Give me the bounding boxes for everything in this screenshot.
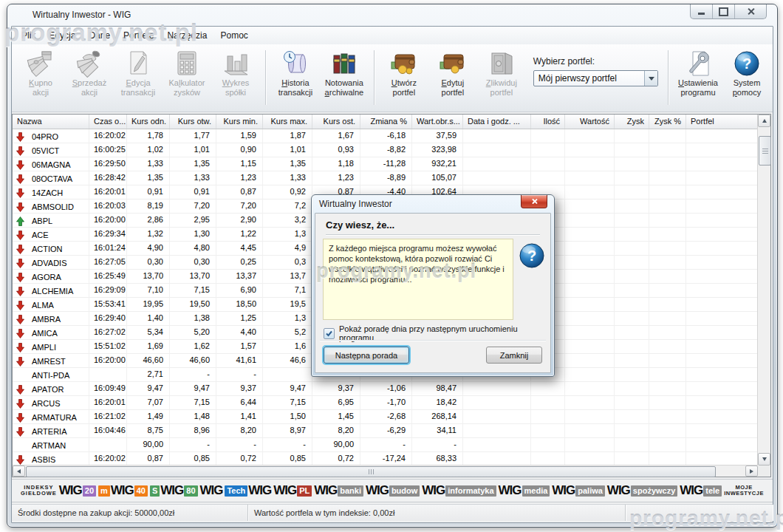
- table-row[interactable]: 06MAGNA16:29:501,331,351,151,351,18-11,2…: [13, 157, 758, 171]
- cell: [565, 185, 615, 199]
- table-row[interactable]: ARTMAN90,00---90,00--: [13, 438, 758, 452]
- scrollbar-corner: [758, 466, 770, 477]
- trend-down-icon: [13, 259, 27, 268]
- cell: [463, 171, 531, 185]
- program-settings-button[interactable]: Ustawieniaprogramu: [674, 47, 722, 98]
- table-row[interactable]: 05VICT16:00:251,021,010,901,010,93-8,823…: [13, 143, 758, 157]
- menu-portfele[interactable]: Portfele: [117, 28, 160, 43]
- index-logo-text: WIG: [499, 483, 522, 498]
- stock-name: 08OCTAVA: [27, 174, 72, 183]
- cell: 19,5: [263, 298, 312, 311]
- column-header-7[interactable]: Zmiana %: [360, 115, 412, 129]
- column-header-4[interactable]: Kurs min.: [216, 115, 263, 129]
- index-tab-wigbudow[interactable]: WIGbudow: [366, 483, 420, 498]
- cell: 0,93: [312, 143, 360, 157]
- table-row[interactable]: ARCUS16:20:017,077,156,447,156,95-1,7018…: [13, 396, 758, 410]
- combo-dropdown-button[interactable]: [644, 71, 657, 86]
- table-row[interactable]: APATOR16:09:499,479,479,379,479,37-1,069…: [13, 382, 758, 396]
- cell: 6,90: [216, 284, 263, 297]
- index-tab-swig80[interactable]: SWIG80: [150, 483, 198, 498]
- portfolio-combobox[interactable]: Mój pierwszy portfel: [533, 70, 658, 86]
- vertical-scrollbar-thumb[interactable]: [759, 136, 771, 166]
- menu-narzedzia[interactable]: Narzędzia: [160, 28, 213, 43]
- cell: 16:20:00: [89, 214, 127, 227]
- column-header-13[interactable]: Zysk %: [649, 115, 686, 129]
- column-header-6[interactable]: Kurs ost.: [312, 115, 360, 129]
- table-row[interactable]: 04PRO16:20:021,781,771,591,871,67-6,1837…: [13, 129, 758, 143]
- column-header-10[interactable]: Ilość: [531, 115, 565, 129]
- cell: 46,6: [263, 354, 312, 367]
- table-row[interactable]: ARTERIA16:04:468,758,968,208,978,20-6,29…: [13, 424, 758, 438]
- column-header-0[interactable]: Nazwa: [13, 115, 89, 129]
- cell: [686, 424, 758, 437]
- column-header-1[interactable]: Czas o...: [89, 115, 127, 129]
- index-tab-wigpl[interactable]: WIGPL: [273, 483, 312, 498]
- trend-down-icon: [13, 427, 27, 437]
- cell: 19,50: [170, 298, 216, 311]
- table-row[interactable]: 08OCTAVA16:28:421,351,331,231,331,23-8,8…: [13, 171, 758, 185]
- index-tab-wigtele[interactable]: WIGtele: [680, 483, 722, 498]
- column-header-5[interactable]: Kurs max.: [263, 115, 312, 129]
- cell: 1,15: [216, 157, 263, 171]
- index-tab-my-investments[interactable]: MOJEINWESTYCJE: [724, 485, 764, 497]
- index-tab-wig[interactable]: WIG: [199, 483, 222, 498]
- menu-dane[interactable]: Dane: [82, 28, 117, 43]
- scroll-down-button[interactable]: [758, 453, 770, 466]
- column-header-14[interactable]: Portfel: [686, 115, 758, 129]
- title-bar[interactable]: Wirtualny Inwestor - WIG: [7, 4, 777, 26]
- scroll-up-button[interactable]: [758, 115, 770, 127]
- cell: 68,33: [412, 452, 463, 466]
- maximize-button[interactable]: [713, 4, 735, 18]
- checkbox-checked-icon[interactable]: [324, 328, 335, 339]
- column-header-12[interactable]: Zysk: [615, 115, 649, 129]
- index-tab-wig20[interactable]: WIG20: [59, 483, 96, 498]
- minimize-button[interactable]: [691, 4, 713, 18]
- column-header-9[interactable]: Data i godz. ...: [463, 115, 531, 129]
- index-logo-text: WIG: [680, 483, 702, 498]
- index-tab-wigpaliwa[interactable]: WIGpaliwa: [552, 483, 605, 498]
- cell: -6,29: [360, 424, 412, 437]
- cell: 13,7: [263, 270, 312, 283]
- scroll-left-button[interactable]: [13, 466, 25, 477]
- vertical-scrollbar[interactable]: [757, 115, 770, 466]
- horizontal-scrollbar-thumb[interactable]: [26, 466, 716, 477]
- edit-portfolio-button[interactable]: Edytujportfel: [428, 47, 477, 98]
- index-tab-mwig40[interactable]: mWIG40: [98, 483, 148, 498]
- table-row[interactable]: ARMATURA16:21:021,491,481,411,501,45-2,6…: [13, 410, 758, 424]
- dialog-heading: Czy wiesz, że...: [326, 219, 394, 231]
- cell: [686, 354, 758, 367]
- archive-quotes-button[interactable]: Notowaniaarchiwalne: [320, 47, 369, 98]
- index-tab-wigbanki[interactable]: WIGbanki: [314, 483, 363, 498]
- close-button[interactable]: [735, 4, 766, 18]
- index-tab-techwig[interactable]: TechWIG: [225, 483, 271, 498]
- next-tip-button[interactable]: Następna porada: [324, 347, 409, 364]
- minimize-icon: [698, 13, 705, 15]
- stock-name: ARCUS: [27, 399, 61, 408]
- transaction-history-button[interactable]: Historiatransakcji: [271, 47, 320, 98]
- column-header-3[interactable]: Kurs otw.: [170, 115, 216, 129]
- index-tab-wigspozywczy[interactable]: WIGspożywczy: [607, 483, 677, 498]
- column-header-8[interactable]: Wart.obr.s...: [412, 115, 463, 129]
- menu-plik[interactable]: Plik: [15, 28, 42, 43]
- dialog-dismiss-button[interactable]: Zamknij: [486, 347, 542, 364]
- cell: -11,28: [360, 157, 412, 171]
- help-system-button[interactable]: ?Systempomocy: [722, 47, 771, 98]
- create-portfolio-button[interactable]: Utwórzportfel: [380, 47, 428, 98]
- edit-portfolio-icon: [432, 49, 473, 78]
- cell: 1,48: [170, 410, 216, 423]
- cell: 46,60: [127, 354, 170, 367]
- menu-pomoc[interactable]: Pomoc: [213, 28, 254, 43]
- column-header-2[interactable]: Kurs odn.: [127, 115, 170, 129]
- column-header-11[interactable]: Wartość: [565, 115, 615, 129]
- horizontal-scrollbar[interactable]: [13, 465, 758, 477]
- transaction-history-icon: [275, 49, 316, 78]
- index-tab-wigmedia[interactable]: WIGmedia: [499, 483, 550, 498]
- index-logo-box: S: [150, 485, 160, 497]
- scroll-right-button[interactable]: [745, 466, 758, 477]
- cell: [686, 242, 758, 255]
- cell: 1,57: [216, 340, 263, 353]
- cell: [565, 242, 615, 255]
- dialog-close-button[interactable]: [521, 195, 547, 208]
- menu-edycja[interactable]: Edycja: [42, 28, 82, 43]
- index-tab-wiginformatyka[interactable]: WIGinformatyka: [422, 483, 496, 498]
